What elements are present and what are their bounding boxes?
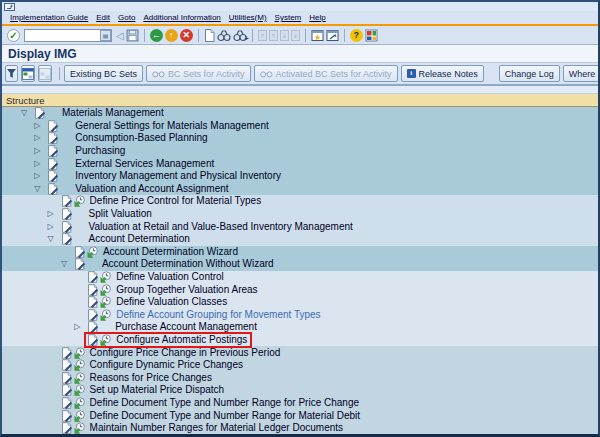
tree-row-label[interactable]: Define Document Type and Number Range fo… [90,410,361,422]
tree-row-highlighted[interactable]: Configure Automatic Postings [2,334,598,347]
documentation-icon[interactable] [86,296,99,308]
release-notes-button[interactable]: i Release Notes [401,65,484,82]
tree-row[interactable]: ▷ Split Valuation [2,208,598,221]
tree-row[interactable]: Account Determination Wizard [2,246,598,259]
documentation-icon[interactable] [60,422,73,434]
tree-row-label[interactable]: Set up Material Price Dispatch [90,384,225,396]
documentation-icon[interactable] [86,321,99,333]
img-activity-icon[interactable] [74,410,86,422]
tree-row-label[interactable]: Valuation and Account Assignment [75,183,228,195]
expander-icon[interactable]: ▷ [33,160,46,168]
img-activity-icon[interactable] [100,334,112,346]
expander-icon[interactable]: ▷ [47,210,60,218]
tree-row[interactable]: ▽ Account Determination [2,233,598,246]
tree-node[interactable]: Define Document Type and Number Range fo… [60,397,362,409]
cancel-button[interactable]: ✕ [180,29,193,42]
tree-row-label[interactable]: Group Together Valuation Areas [116,284,257,296]
tree-row-label[interactable]: Account Determination Wizard [103,246,238,258]
documentation-icon[interactable] [46,183,59,195]
tree-row-label[interactable]: Define Price Control for Material Types [90,195,262,207]
tree-row-label[interactable]: Define Document Type and Number Range fo… [90,397,359,409]
tree-row[interactable]: Configure Dynamic Price Changes [2,359,598,372]
expander-icon[interactable]: ▷ [33,134,46,142]
where-else-used-button[interactable]: Where Else Used [563,65,600,82]
existing-bc-sets-button[interactable]: Existing BC Sets [64,65,143,82]
tree-row[interactable]: Define Document Type and Number Range fo… [2,409,598,422]
documentation-icon[interactable] [73,258,86,270]
tree-row[interactable]: ▽ Account Determination Without Wizard [2,258,598,271]
enter-button[interactable]: ✓ [7,29,20,42]
tree-row[interactable]: ▷ Valuation at Retail and Value-Based In… [2,220,598,233]
tree-row-label[interactable]: Reasons for Price Changes [90,372,212,384]
img-activity-icon[interactable] [100,271,112,283]
img-activity-icon[interactable] [74,372,86,384]
tree-row[interactable]: Define Valuation Classes [2,296,598,309]
tree-node[interactable]: Define Document Type and Number Range fo… [60,410,364,422]
tree-row[interactable]: ▷ Consumption-Based Planning [2,132,598,145]
img-activity-icon[interactable] [100,284,112,296]
help-icon[interactable]: ? [350,29,363,42]
expander-icon[interactable]: ▽ [60,260,73,268]
tree-node[interactable]: Account Determination Without Wizard [73,258,277,270]
command-history-icon[interactable]: ▤ [100,30,111,41]
tree-row[interactable]: Define Account Grouping for Movement Typ… [2,309,598,322]
menu-help[interactable]: Help [309,13,325,22]
tree-node[interactable]: Consumption-Based Planning [46,132,210,144]
expander-icon[interactable]: ▷ [73,323,86,331]
tree-row-label[interactable]: Configure Price Change in Previous Perio… [90,347,281,359]
img-activity-icon[interactable] [100,296,112,308]
menu-system[interactable]: System [275,13,302,22]
collapse-command-field-icon[interactable]: ◁ [116,30,124,41]
menu-edit[interactable]: Edit [96,13,110,22]
tree-row-label[interactable]: Define Account Grouping for Movement Typ… [116,309,320,321]
tree-node[interactable]: Configure Dynamic Price Changes [60,359,246,371]
tree-node[interactable]: Define Account Grouping for Movement Typ… [86,309,323,321]
menu-implementation-guide[interactable]: Implementation Guide [10,13,88,22]
tree-node[interactable]: Configure Price Change in Previous Perio… [60,347,284,359]
tree-node[interactable]: General Settings for Materials Managemen… [46,120,271,132]
documentation-icon[interactable] [60,347,73,359]
img-activity-icon[interactable] [74,347,86,359]
tree-row[interactable]: Configure Price Change in Previous Perio… [2,346,598,359]
tree-node[interactable]: Purchase Account Management [86,321,260,333]
tree-row-label[interactable]: Valuation at Retail and Value-Based Inve… [89,221,353,233]
tree-node[interactable]: Account Determination Wizard [73,246,241,258]
img-activity-icon[interactable] [74,422,86,434]
expander-icon[interactable]: ▽ [33,185,46,193]
img-activity-icon[interactable] [100,309,112,321]
documentation-icon[interactable] [60,359,73,371]
tree-row-label[interactable]: Configure Automatic Postings [116,334,247,346]
tree-row-label[interactable]: Account Determination [89,233,190,245]
tree-row-label[interactable]: Purchase Account Management [115,321,257,333]
tree-node[interactable]: External Services Management [46,158,217,170]
change-log-button[interactable]: Change Log [499,65,560,82]
tree-row-label[interactable]: Maintain Number Ranges for Material Ledg… [90,422,343,434]
tree-row[interactable]: ▷ Inventory Management and Physical Inve… [2,170,598,183]
img-activity-icon[interactable] [87,246,99,258]
tree-row-label[interactable]: Materials Management [62,107,164,119]
tree-row[interactable]: Define Price Control for Material Types [2,195,598,208]
tree-node[interactable]: Split Valuation [60,208,155,220]
documentation-icon[interactable] [86,334,99,346]
tree-row-label[interactable]: Inventory Management and Physical Invent… [75,170,281,182]
tree-node[interactable]: Valuation at Retail and Value-Based Inve… [60,221,356,233]
expander-icon[interactable]: ▷ [47,223,60,231]
documentation-icon[interactable] [46,170,59,182]
position-filter-button[interactable] [5,65,18,82]
documentation-icon[interactable] [46,132,59,144]
tree-node[interactable]: Group Together Valuation Areas [86,284,260,296]
tree-node[interactable]: Valuation and Account Assignment [46,183,231,195]
tree-node[interactable]: Maintain Number Ranges for Material Ledg… [60,422,346,434]
tree-row-label[interactable]: Split Valuation [89,208,152,220]
documentation-icon[interactable] [60,221,73,233]
tree-row[interactable]: ▽ Materials Management [2,107,598,120]
tree-node[interactable]: Account Determination [60,233,193,245]
print-icon[interactable] [204,29,215,42]
expander-icon[interactable]: ▷ [33,147,46,155]
expander-icon[interactable]: ▽ [20,109,33,117]
tree-row[interactable]: ▽ Valuation and Account Assignment [2,183,598,196]
tree-row[interactable]: ▷ General Settings for Materials Managem… [2,120,598,133]
tree-row[interactable]: Reasons for Price Changes [2,371,598,384]
tree-row-label[interactable]: External Services Management [75,158,214,170]
create-shortcut-icon[interactable] [326,29,339,42]
